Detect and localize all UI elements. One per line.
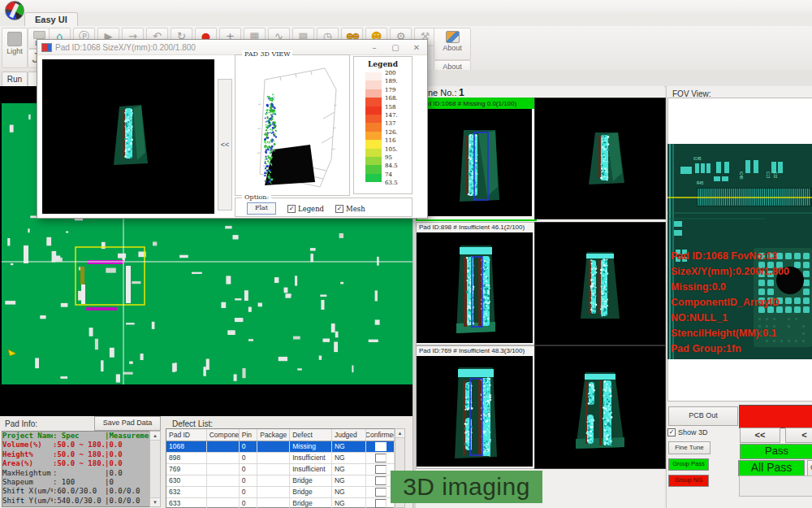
column-header[interactable]: Confirmed — [366, 429, 395, 441]
legend-swatch — [365, 72, 382, 80]
component-label: C13 — [766, 172, 770, 179]
pcb-out-button[interactable]: PCB Out — [668, 406, 738, 426]
light-button[interactable]: Light — [2, 28, 28, 68]
defect-row-632[interactable]: 6320BridgeNG — [166, 487, 395, 498]
fov-overlay-line: StencilHeight(MM):0.1 — [671, 326, 812, 341]
legend-value: 158 — [385, 104, 395, 111]
about-button[interactable]: About — [434, 28, 471, 60]
legend-swatch — [365, 132, 382, 140]
legend-band: 189. — [354, 80, 412, 89]
all-pass-button[interactable]: All Pass — [738, 460, 805, 476]
legend-swatch — [365, 106, 382, 115]
column-header[interactable]: Judged — [332, 429, 366, 441]
option-label: Option: — [242, 193, 271, 201]
legend-band: 84.5 — [354, 165, 412, 173]
defect-thumbnail-898-2d[interactable] — [534, 222, 666, 345]
pad-3d-plot[interactable] — [235, 55, 348, 193]
scroll-up-icon[interactable]: ▲ — [395, 429, 404, 438]
scroll-up-icon[interactable]: ▲ — [150, 432, 160, 441]
fine-tune-button[interactable]: Fine Tune — [668, 441, 710, 454]
column-header[interactable]: Package — [257, 429, 290, 441]
legend-band: 116 — [354, 140, 412, 148]
defect-cell: 0 — [240, 464, 257, 475]
collapse-button[interactable]: << — [218, 79, 232, 211]
mesh-checkbox[interactable]: ✓ Mesh — [335, 205, 365, 213]
column-header[interactable]: Pin — [240, 429, 257, 441]
fov-overlay-text: Pad ID:1068 FovNo:13SizeX/Y(mm):0.200/1.… — [671, 249, 812, 357]
pad-detail-window[interactable]: Pad ID:1068 SizeX/Y(mm):0.200/1.800 – ▢ … — [37, 39, 428, 219]
pad-info-row: MaxHeightum:|0.0 — [2, 469, 150, 478]
pass-button[interactable]: Pass — [740, 444, 812, 459]
confirmed-checkbox[interactable] — [375, 465, 387, 474]
confirmed-checkbox[interactable] — [375, 454, 387, 462]
defect-thumbnail-769[interactable]: Pad ID:769 # Insufficient 48.3(3/100) — [416, 345, 535, 469]
legend-band: 137 — [354, 123, 412, 131]
close-icon[interactable]: ✕ — [406, 43, 427, 52]
confirmed-checkbox[interactable] — [375, 442, 387, 451]
pad-info-cell: : 100 — [53, 478, 105, 487]
watermark-3d-imaging: 3D imaging — [391, 471, 542, 503]
popup-title-bar[interactable]: Pad ID:1068 SizeX/Y(mm):0.200/1.800 – ▢ … — [37, 40, 427, 55]
app-logo-icon[interactable] — [5, 1, 24, 20]
column-header[interactable]: Defect — [290, 429, 332, 441]
group-ng-button[interactable]: Group NG — [668, 475, 709, 487]
scroll-down-icon[interactable]: ▼ — [150, 497, 160, 506]
defect-row-1068[interactable]: 10680MissingNG — [166, 441, 395, 453]
pad-info-cell: Shift X(um/%) — [2, 487, 53, 496]
defect-cell: Bridge — [290, 475, 332, 486]
column-header[interactable]: Componen — [207, 429, 240, 441]
defect-row-898[interactable]: 8980InsufficientNG — [166, 453, 395, 464]
pad-info-cell: |0.0 — [105, 441, 150, 449]
step-back-button[interactable]: < — [785, 428, 812, 443]
legend-swatch — [365, 174, 382, 182]
confirmed-checkbox[interactable] — [375, 499, 387, 508]
defect-row-633[interactable]: 6330BridgeNG — [166, 498, 395, 508]
partial-button[interactable]: C — [807, 460, 812, 476]
checkbox-icon[interactable]: ✓ — [335, 205, 343, 213]
pad-info-cell: |0.0 — [105, 459, 150, 468]
defect-thumbnail-898[interactable]: Pad ID:898 # Insufficient 46.1(2/100) — [416, 222, 535, 345]
minimize-icon[interactable]: – — [364, 43, 385, 52]
defect-list-table[interactable]: Pad IDComponenPinPackageDefectJudgedConf… — [166, 428, 395, 508]
defect-thumbnail-769-2d[interactable] — [534, 345, 666, 469]
defect-thumbnail-1068-2d[interactable] — [534, 98, 666, 219]
defect-cell: Insufficient — [290, 464, 332, 475]
group-pass-button[interactable]: Group Pass — [668, 458, 709, 471]
pad-image — [535, 346, 663, 467]
pad-info-table[interactable]: Project Name: Spec|MeasurementResVolume(… — [2, 431, 151, 507]
checkbox-icon[interactable]: ✓ — [667, 428, 676, 436]
defect-row-630[interactable]: 6300BridgeNG — [166, 475, 395, 487]
confirmed-checkbox[interactable] — [375, 476, 387, 485]
confirmed-checkbox[interactable] — [375, 488, 387, 497]
legend-checkbox-label: Legend — [298, 205, 324, 213]
defect-cell: NG — [332, 487, 366, 497]
legend-panel: Legend 200189.179168.158147.137126.11610… — [353, 56, 412, 194]
pad-info-row: Volume(%):50.0 ~ 180.0|0.0 — [2, 441, 150, 449]
legend-checkbox[interactable]: ✓ Legend — [287, 205, 324, 213]
pad-image-1068 — [417, 109, 532, 216]
ribbon-tab-easy-ui[interactable]: Easy UI — [24, 12, 78, 27]
pad-info-cell: Shift Y(um/%) — [2, 497, 53, 506]
defect-list-label: Defect List: — [172, 419, 213, 428]
pad-info-label: Pad Info: — [5, 419, 37, 428]
defect-row-769[interactable]: 7690InsufficientNG — [166, 464, 395, 475]
save-pad-data-button[interactable]: Save Pad Data — [94, 416, 161, 431]
legend-swatch — [365, 89, 382, 98]
flat-button[interactable]: Flat — [247, 202, 276, 215]
checkbox-icon[interactable]: ✓ — [287, 205, 296, 213]
pad-info-scrollbar[interactable]: ▲ ▼ — [149, 431, 161, 507]
defect-cell — [257, 441, 290, 452]
page-back-button[interactable]: << — [740, 428, 780, 443]
defect-thumbnail-1068[interactable]: Pad ID:1068 # Missing 0.0(1/100) — [416, 98, 537, 221]
defect-cell: NG — [332, 475, 366, 486]
show-3d-checkbox[interactable]: ✓ Show 3D — [667, 428, 708, 436]
legend-swatch — [365, 115, 382, 123]
defect-cell — [257, 464, 290, 475]
legend-swatch — [365, 165, 382, 173]
maximize-icon[interactable]: ▢ — [385, 43, 406, 52]
pad-image-898 — [417, 232, 533, 343]
column-header[interactable]: Pad ID — [166, 429, 207, 441]
tab-run[interactable]: Run — [2, 72, 28, 87]
fov-overlay-line: NO:NULL_1 — [671, 310, 812, 326]
pad-2d-image — [42, 59, 214, 214]
